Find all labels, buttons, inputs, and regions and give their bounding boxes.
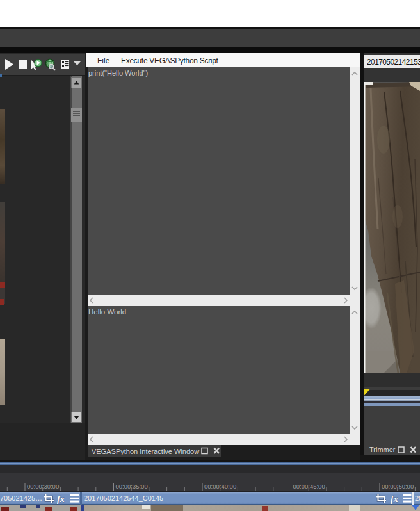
svg-text:fx: fx (57, 494, 65, 504)
svg-text:fx: fx (391, 494, 398, 504)
